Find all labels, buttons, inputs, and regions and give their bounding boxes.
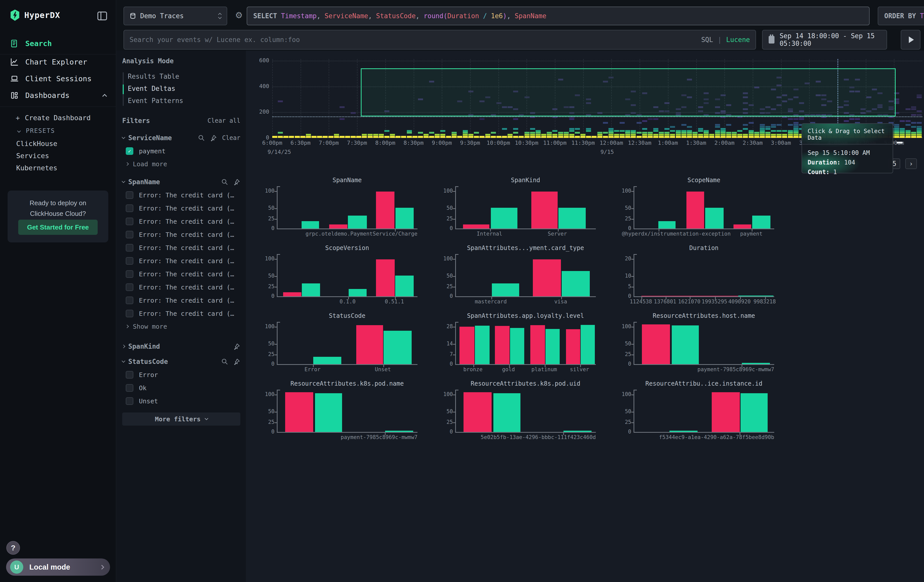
preset-clickhouse[interactable]: ClickHouse (16, 140, 58, 148)
y-axis-tick: 0 (263, 293, 274, 299)
filter-checkbox-row[interactable]: Error: The credit card (… (122, 284, 240, 291)
checkbox[interactable] (126, 270, 133, 278)
filter-group-servicename[interactable]: ServiceName Clear (122, 134, 240, 142)
filter-checkbox-row[interactable]: Error: The credit card (… (122, 244, 240, 252)
mini-chart-plot[interactable]: 02550100 (277, 390, 417, 433)
mini-chart-plot[interactable]: 051020 (634, 254, 774, 297)
pin-icon[interactable] (210, 134, 217, 142)
y-axis-tick: 50 (263, 273, 274, 279)
clear-filter-button[interactable]: Clear (222, 134, 240, 142)
filter-checkbox-row[interactable]: Error: The credit card (… (122, 270, 240, 278)
sidebar-collapse-icon[interactable] (97, 11, 107, 21)
mini-chart-plot[interactable]: 02550100 (634, 186, 774, 229)
filter-group-spankind[interactable]: SpanKind (122, 343, 240, 350)
help-button[interactable]: ? (6, 541, 20, 555)
resize-handle[interactable] (897, 142, 903, 143)
drag-selection-box[interactable] (361, 68, 896, 116)
filter-checkbox-row[interactable]: Error: The credit card (… (122, 218, 240, 225)
time-range-picker[interactable]: Sep 14 18:00:00 - Sep 15 05:30:00 (762, 30, 887, 49)
filter-checkbox-row[interactable]: Error: The credit card (… (122, 191, 240, 199)
checkbox[interactable] (126, 257, 133, 265)
checkbox[interactable]: ✓ (126, 147, 133, 155)
filter-group-statuscode[interactable]: StatusCode (122, 358, 240, 365)
show-more-button[interactable]: Show more (122, 322, 240, 331)
filter-checkbox-row[interactable]: ✓payment (122, 147, 240, 155)
mini-chart-plot[interactable]: 02550100 (277, 254, 417, 297)
filter-checkbox-row[interactable]: Unset (122, 397, 240, 405)
pin-icon[interactable] (233, 178, 240, 185)
mini-chart-plot[interactable]: 02550100 (634, 390, 774, 433)
next-page-button[interactable]: › (905, 158, 917, 169)
presets-toggle[interactable]: PRESETS (18, 127, 55, 134)
filter-checkbox-row[interactable]: Ok (122, 384, 240, 392)
source-select[interactable]: Demo Traces (124, 7, 227, 25)
sidebar-item-client-sessions[interactable]: Client Sessions (10, 74, 92, 83)
y-axis-tick: 0 (442, 293, 453, 299)
analysis-option-event-patterns[interactable]: Event Patterns (128, 95, 240, 107)
checkbox[interactable] (126, 297, 133, 304)
sidebar-item-search[interactable]: Search (10, 39, 52, 48)
checkbox[interactable] (126, 397, 133, 405)
gear-icon[interactable]: ⚙ (235, 10, 243, 20)
mini-chart-resourceattributes-k8s-pod-uid: ResourceAttributes.k8s.pod.uid025501005e… (444, 380, 609, 441)
mini-chart-plot[interactable]: 02550100 (277, 322, 417, 365)
more-filters-button[interactable]: More filters (122, 412, 240, 425)
mini-chart-plot[interactable]: 02550100 (455, 254, 596, 297)
brand-logo[interactable]: HyperDX (10, 9, 60, 21)
checkbox-label: Unset (139, 397, 158, 405)
lang-sql-toggle[interactable]: SQL (701, 36, 713, 43)
select-clause-input[interactable]: SELECT Timestamp, ServiceName, StatusCod… (247, 7, 870, 25)
checkbox[interactable] (126, 231, 133, 238)
filter-group-spanname[interactable]: SpanName (122, 178, 240, 186)
checkbox[interactable] (126, 204, 133, 212)
checkbox[interactable] (126, 371, 133, 379)
y-axis-tick: 0 (620, 429, 631, 435)
checkbox[interactable] (126, 244, 133, 252)
pin-icon[interactable] (233, 343, 240, 350)
search-icon[interactable] (221, 178, 228, 185)
filter-checkbox-row[interactable]: Error: The credit card (… (122, 231, 240, 238)
filter-checkbox-row[interactable]: Error: The credit card (… (122, 257, 240, 265)
y-axis-tick: 25 (620, 216, 631, 222)
create-dashboard-button[interactable]: +Create Dashboard (16, 114, 91, 122)
checkbox[interactable] (126, 384, 133, 392)
pin-icon[interactable] (233, 358, 240, 365)
search-input[interactable] (130, 36, 701, 43)
filter-checkbox-row[interactable]: Error: The credit card (… (122, 310, 240, 317)
checkbox[interactable] (126, 284, 133, 291)
mini-chart-plot[interactable]: 02550100 (277, 186, 417, 229)
user-menu[interactable]: U Local mode (6, 559, 110, 576)
load-more-button[interactable]: Load more (122, 160, 240, 168)
run-query-button[interactable] (901, 30, 921, 49)
mini-chart-plot[interactable]: 02550100 (455, 390, 596, 433)
get-started-button[interactable]: Get Started for Free (18, 220, 98, 235)
clear-all-button[interactable]: Clear all (208, 117, 240, 124)
sidebar-item-dashboards[interactable]: Dashboards (10, 91, 106, 100)
mini-chart-title: ResourceAttribu..ice.instance.id (634, 380, 774, 390)
sidebar-item-chart-explorer[interactable]: Chart Explorer (10, 58, 87, 66)
analysis-option-event-deltas[interactable]: Event Deltas (128, 82, 240, 95)
checkbox[interactable] (126, 218, 133, 225)
search-icon[interactable] (221, 358, 228, 365)
preset-services[interactable]: Services (16, 152, 49, 160)
y-axis-tick: 0 (263, 429, 274, 435)
analysis-option-results-table[interactable]: Results Table (128, 70, 240, 82)
filter-checkbox-row[interactable]: Error: The credit card (… (122, 204, 240, 212)
mini-chart-plot[interactable]: 02550100 (455, 186, 596, 229)
y-axis-tick: 0 (620, 361, 631, 367)
checkbox[interactable] (126, 310, 133, 317)
orderby-clause-input[interactable]: ORDER BY Timestamp DESC (878, 7, 924, 25)
y-axis-tick: 50 (442, 273, 453, 279)
filter-checkbox-row[interactable]: Error: The credit card (… (122, 297, 240, 304)
bar (742, 363, 770, 364)
filter-checkbox-row[interactable]: Error (122, 371, 240, 379)
bar (642, 325, 670, 364)
lang-lucene-toggle[interactable]: Lucene (726, 36, 750, 43)
search-icon[interactable] (198, 134, 205, 142)
mini-chart-plot[interactable]: 02550100 (634, 322, 774, 365)
mini-chart-plot[interactable]: 071428 (455, 322, 596, 365)
spanname-options: Error: The credit card (…Error: The cred… (122, 191, 240, 317)
dashboards-icon (10, 91, 19, 100)
preset-kubernetes[interactable]: Kubernetes (16, 164, 58, 172)
checkbox[interactable] (126, 191, 133, 199)
